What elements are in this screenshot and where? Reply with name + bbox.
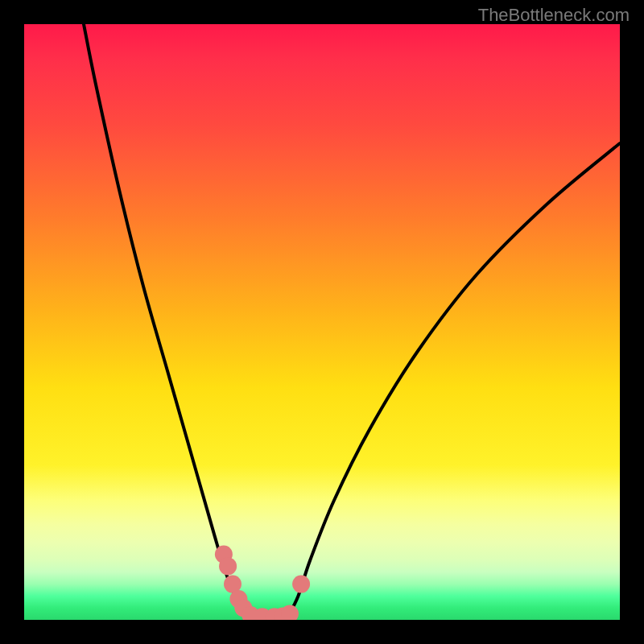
- right-dot-point: [292, 576, 310, 593]
- right-curve: [287, 143, 620, 620]
- watermark-text: TheBottleneck.com: [478, 5, 630, 26]
- left-curve: [84, 24, 257, 620]
- plot-area: [24, 24, 620, 620]
- left-dots-point: [219, 557, 237, 575]
- curve-overlay: [24, 24, 620, 620]
- bottom-dots-point: [281, 605, 299, 620]
